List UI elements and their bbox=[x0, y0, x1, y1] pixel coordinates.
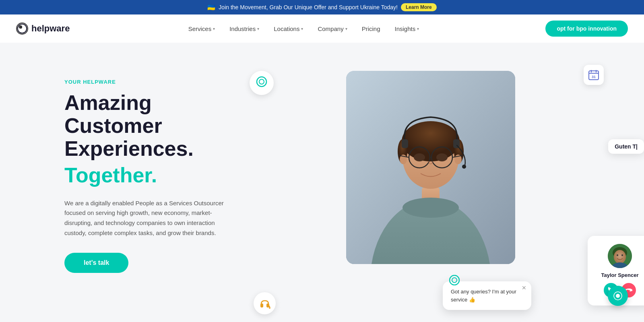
chevron-down-icon: ▾ bbox=[417, 27, 419, 31]
nav-links: Services ▾ Industries ▾ Locations ▾ Comp… bbox=[181, 21, 427, 36]
svg-point-20 bbox=[436, 153, 448, 161]
lets-talk-button[interactable]: let's talk bbox=[64, 253, 128, 273]
hero-text-block: YOUR HELPWARE Amazing Customer Experienc… bbox=[64, 67, 250, 273]
nav-item-pricing[interactable]: Pricing bbox=[355, 21, 388, 36]
svg-point-19 bbox=[414, 153, 425, 161]
nav-item-services[interactable]: Services ▾ bbox=[181, 21, 223, 36]
svg-point-3 bbox=[259, 79, 264, 84]
svg-point-38 bbox=[450, 275, 459, 285]
svg-point-23 bbox=[462, 165, 466, 169]
svg-point-9 bbox=[402, 121, 460, 161]
nav-link-services[interactable]: Services ▾ bbox=[181, 21, 223, 36]
headset-icon-card bbox=[254, 292, 276, 314]
nav-item-locations[interactable]: Locations ▾ bbox=[266, 21, 310, 36]
chat-widget-message: Got any queries? I'm at your service 👍 bbox=[451, 288, 523, 303]
chat-bubble-card bbox=[250, 71, 274, 95]
logo-icon bbox=[16, 23, 28, 35]
svg-point-36 bbox=[621, 254, 623, 256]
chevron-down-icon: ▾ bbox=[213, 27, 215, 31]
svg-rect-30 bbox=[266, 303, 269, 308]
cta-button[interactable]: opt for bpo innovation bbox=[545, 21, 628, 37]
chat-widget: ✕ Got any queries? I'm at your service 👍 bbox=[443, 281, 531, 310]
chat-widget-icon bbox=[449, 275, 460, 285]
chat-widget-close-button[interactable]: ✕ bbox=[522, 285, 526, 291]
nav-link-insights[interactable]: Insights ▾ bbox=[388, 21, 427, 36]
svg-point-41 bbox=[616, 294, 620, 298]
main-agent-image-card bbox=[346, 71, 515, 264]
chevron-down-icon: ▾ bbox=[301, 27, 303, 31]
svg-rect-21 bbox=[402, 139, 408, 148]
logo-link[interactable]: helpware bbox=[16, 23, 70, 35]
nav-item-industries[interactable]: Industries ▾ bbox=[222, 21, 266, 36]
chevron-down-icon: ▾ bbox=[345, 27, 347, 31]
taylor-avatar bbox=[608, 244, 632, 268]
svg-point-39 bbox=[452, 278, 457, 283]
nav-link-pricing[interactable]: Pricing bbox=[355, 21, 388, 36]
hero-eyebrow: YOUR HELPWARE bbox=[64, 79, 250, 85]
svg-rect-29 bbox=[260, 303, 263, 308]
nav-link-industries[interactable]: Industries ▾ bbox=[222, 21, 266, 36]
svg-point-2 bbox=[257, 77, 266, 87]
top-banner: 🇺🇦 Join the Movement, Grab Our Unique Of… bbox=[0, 0, 644, 14]
agent-image bbox=[346, 71, 515, 264]
navbar: helpware Services ▾ Industries ▾ Locatio… bbox=[0, 14, 644, 43]
svg-point-35 bbox=[617, 254, 618, 256]
banner-text: Join the Movement, Grab Our Unique Offer… bbox=[219, 4, 398, 10]
chat-bubble-icon bbox=[256, 76, 267, 90]
hero-image-area: 31 Guten T| bbox=[266, 67, 596, 322]
guten-bubble: Guten T| bbox=[608, 139, 644, 154]
hero-title: Amazing Customer Experiences. bbox=[64, 91, 250, 161]
svg-text:31: 31 bbox=[592, 75, 596, 79]
hero-section: YOUR HELPWARE Amazing Customer Experienc… bbox=[0, 43, 644, 322]
nav-link-locations[interactable]: Locations ▾ bbox=[266, 21, 310, 36]
svg-point-7 bbox=[402, 198, 459, 218]
svg-point-0 bbox=[18, 24, 27, 33]
svg-point-31 bbox=[269, 307, 270, 309]
nav-link-company[interactable]: Company ▾ bbox=[310, 21, 354, 36]
svg-point-34 bbox=[614, 250, 626, 264]
hero-title-teal: Together. bbox=[64, 163, 250, 187]
hero-description: We are a digitally enabled People as a S… bbox=[64, 198, 233, 238]
calendar-icon-card: 31 bbox=[584, 65, 604, 85]
learn-more-button[interactable]: Learn More bbox=[401, 3, 437, 11]
ukraine-flag-emoji: 🇺🇦 bbox=[207, 4, 215, 11]
nav-item-company[interactable]: Company ▾ bbox=[310, 21, 354, 36]
logo-text: helpware bbox=[31, 23, 70, 34]
nav-item-insights[interactable]: Insights ▾ bbox=[388, 21, 427, 36]
chat-fab-button[interactable] bbox=[608, 286, 628, 306]
chevron-down-icon: ▾ bbox=[257, 27, 259, 31]
svg-point-1 bbox=[19, 26, 22, 29]
taylor-name: Taylor Spencer bbox=[597, 272, 642, 278]
